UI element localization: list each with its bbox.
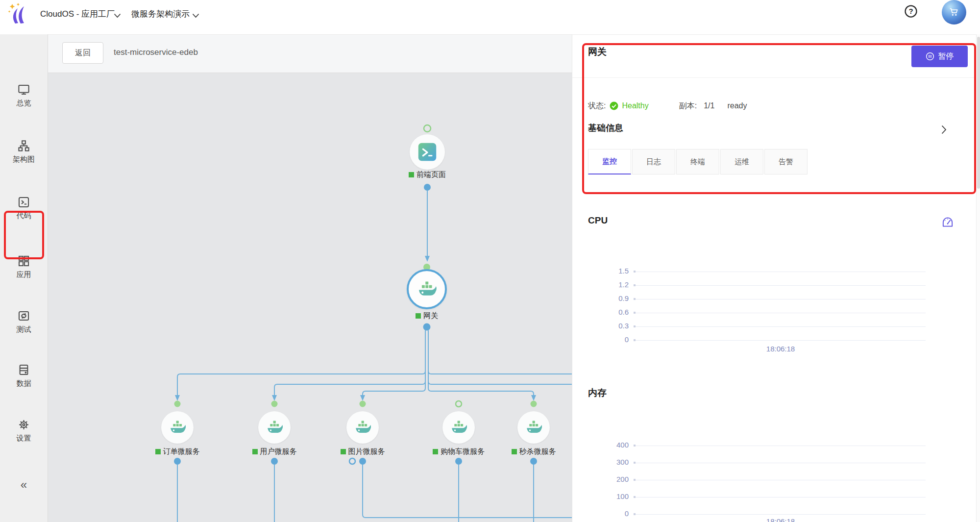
memory-x-axis-label: 18:06:18 [741,517,820,522]
workspace-switcher[interactable]: CloudOS - 应用工厂 [40,8,115,20]
node-frontend[interactable] [410,134,445,170]
docker-whale-icon [168,418,187,437]
sidebar-item-label: 设置 [0,434,48,443]
divider [572,77,976,78]
node-cart-service[interactable] [442,411,475,444]
status-value: Healthy [622,101,648,110]
status-square [512,449,517,454]
panel-scrollbar-track [976,34,980,522]
chevron-down-icon[interactable] [192,11,199,20]
chevron-down-icon[interactable] [114,11,121,20]
sidebar-item-overview[interactable]: 总览 [0,83,48,108]
settings-gear-icon [17,418,30,431]
architecture-diagram-icon [17,139,30,152]
docker-whale-icon [524,418,543,437]
gridline-row: 200 [572,480,976,480]
basic-info-label: 基础信息 [588,123,623,133]
status-label: 状态: [588,101,606,111]
sidebar-collapse-button[interactable]: « [0,478,48,492]
node-gateway[interactable] [407,269,447,309]
chevron-right-icon [941,125,947,136]
sidebar-item-label: 总览 [0,99,48,108]
node-label-frontend: 前端页面 [388,170,466,179]
gridline-row: 0.9 [572,299,976,299]
status-square [252,449,258,454]
node-circle [410,134,445,170]
sidebar-item-test[interactable]: 测试 [0,309,48,334]
node-user-service[interactable] [258,411,291,444]
svg-text:?: ? [908,7,913,15]
sidebar-item-label: 架构图 [0,155,48,164]
node-image-service[interactable] [346,411,379,444]
gridline-row: 0.6 [572,313,976,313]
panel-title: 网关 [588,46,607,58]
user-avatar[interactable] [942,0,966,25]
node-label-gateway: 网关 [388,311,466,321]
status-square [155,449,161,454]
node-circle [258,411,291,444]
basic-info-expander[interactable]: 基础信息 [588,122,960,139]
tab-logs[interactable]: 日志 [632,149,675,174]
gauge-icon[interactable] [941,215,955,229]
docker-whale-icon [353,418,372,437]
node-label-seckill: 秒杀微服务 [494,447,573,456]
service-detail-panel: 网关 暂停 状态: Healthy 副本: 1/1 ready 基础信息 [572,34,976,522]
apps-grid-icon [17,254,30,268]
node-circle-selected [407,269,447,309]
pause-button[interactable]: 暂停 [911,46,968,67]
sidebar-item-data[interactable]: 数据 [0,363,48,388]
gridline-row: 300 [572,463,976,463]
terminal-app-icon [416,141,439,163]
project-switcher[interactable]: 微服务架构演示 [131,8,190,20]
left-nav-sidebar: 总览 架构图 代码 应用 [0,34,48,522]
node-label-user: 用户微服务 [235,447,314,456]
application-name-title: test-microservice-edeb [114,42,198,63]
gridline-row: 1.5 [572,272,976,272]
sidebar-item-code[interactable]: 代码 [0,196,48,221]
sidebar-item-label: 数据 [0,379,48,388]
gridline-row: 400 [572,446,976,446]
tab-ops[interactable]: 运维 [720,149,763,174]
healthy-check-icon [610,101,618,110]
node-label-image: 图片微服务 [323,447,402,456]
memory-chart-title: 内存 [588,387,607,399]
tab-alerts[interactable]: 告警 [764,149,808,174]
docker-whale-icon [416,278,438,300]
node-circle [161,411,194,444]
tab-terminal[interactable]: 终端 [676,149,719,174]
tab-monitoring[interactable]: 监控 [588,149,631,174]
sidebar-item-apps[interactable]: 应用 [0,254,48,279]
sidebar-item-label: 代码 [0,211,48,221]
sidebar-item-label: 应用 [0,270,48,279]
status-square [416,313,421,319]
panel-tabs: 监控 日志 终端 运维 告警 [588,149,808,175]
docker-whale-icon [449,418,468,437]
overview-monitor-icon [17,83,30,96]
status-square [409,172,414,177]
gridline-row: 100 [572,497,976,497]
back-button[interactable]: 返回 [62,42,103,64]
replicas-label: 副本: [679,101,697,111]
node-label-order: 订单微服务 [138,447,217,456]
replicas-value: 1/1 [704,101,714,110]
status-row: 状态: Healthy 副本: 1/1 ready [588,99,747,113]
node-circle [346,411,379,444]
sidebar-item-architecture[interactable]: 架构图 [0,139,48,164]
gridline-row: 1.2 [572,285,976,286]
sidebar-item-label: 测试 [0,325,48,334]
gridline-row: 0.3 [572,326,976,327]
docker-whale-icon [265,418,284,437]
help-icon[interactable]: ? [904,4,918,19]
cloudos-app-window: CloudOS - 应用工厂 微服务架构演示 ? [0,0,980,522]
replicas-state: ready [727,101,747,110]
node-seckill-service[interactable] [517,411,550,444]
node-label-cart: 购物车微服务 [419,447,498,456]
node-order-service[interactable] [161,411,194,444]
panel-scrollbar-thumb[interactable] [977,37,980,189]
cloudos-logo-icon [7,2,29,26]
code-terminal-icon [17,196,30,209]
gridline-row: 0 [572,340,976,341]
test-cycle-icon [17,309,30,323]
pause-icon [926,52,934,61]
sidebar-item-settings[interactable]: 设置 [0,418,48,443]
